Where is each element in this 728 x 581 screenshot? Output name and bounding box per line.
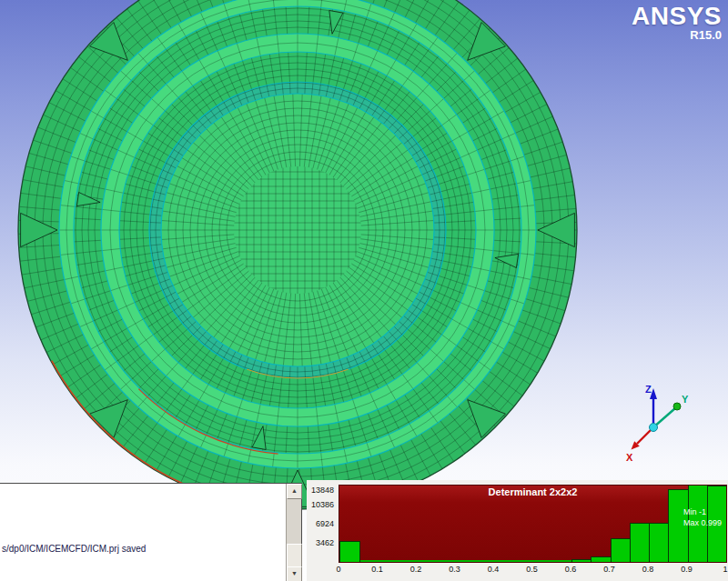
ansys-icem-window: ANSYS R15.0 ZYX s/dp0/ICM/ICEMCFD/ICM.pr…: [0, 0, 728, 581]
histogram-bar[interactable]: [571, 559, 592, 562]
brand-version: R15.0: [632, 29, 722, 42]
x-axis-label: 0.6: [565, 565, 577, 574]
x-axis-label: 0.3: [449, 565, 460, 574]
histogram-bar[interactable]: [611, 538, 632, 562]
histogram-plot[interactable]: Determinant 2x2x2 Min -1Max 0.999: [339, 485, 727, 563]
x-axis-label: 0.9: [681, 565, 693, 574]
triad-origin-ball-icon: [650, 424, 658, 432]
scroll-up-icon: ▲: [291, 487, 298, 494]
x-axis-label: 0.7: [603, 565, 615, 574]
y-axis-label: 10386: [311, 500, 334, 509]
y-axis-label: 6924: [316, 519, 334, 528]
histogram-panel: 346269241038613848 Determinant 2x2x2 Min…: [307, 480, 728, 581]
scroll-up-button[interactable]: ▲: [287, 484, 302, 499]
scroll-down-icon: ▼: [291, 570, 298, 576]
x-axis-label: 1: [723, 565, 727, 574]
histogram-title: Determinant 2x2x2: [339, 486, 726, 497]
x-axis-label: 0.5: [526, 565, 538, 574]
triad-x-label: X: [626, 452, 633, 463]
histogram-bar[interactable]: [649, 523, 670, 562]
brand-name: ANSYS: [632, 3, 722, 29]
histogram-bar[interactable]: [339, 541, 360, 562]
x-axis-label: 0: [336, 565, 340, 574]
histogram-bar[interactable]: [630, 523, 651, 562]
ansys-logo: ANSYS R15.0: [632, 3, 722, 42]
x-axis-label: 0.1: [371, 565, 383, 574]
x-axis-label: 0.8: [642, 565, 654, 574]
x-axis-labels: 00.10.20.30.40.50.60.70.80.91: [339, 564, 725, 576]
scroll-down-button[interactable]: ▼: [287, 566, 302, 581]
max-value-annotation: Max 0.999: [683, 518, 722, 527]
orientation-triad-icon: ZYX: [615, 375, 706, 466]
triad-z-label: Z: [645, 384, 652, 395]
log-message: s/dp0/ICM/ICEMCFD/ICM.prj saved: [2, 544, 146, 554]
y-axis-labels: 346269241038613848: [307, 486, 336, 562]
histogram-bar[interactable]: [591, 556, 612, 562]
x-axis-label: 0.4: [488, 565, 500, 574]
min-value-annotation: Min -1: [683, 507, 706, 516]
y-axis-label: 3462: [316, 538, 334, 547]
message-log-panel: s/dp0/ICM/ICEMCFD/ICM.prj saved ▲ ▼: [0, 483, 302, 581]
y-axis-label: 13848: [311, 486, 334, 495]
message-scrollbar[interactable]: ▲ ▼: [286, 484, 301, 581]
triad-y-label: Y: [682, 394, 689, 405]
scroll-thumb[interactable]: [287, 544, 302, 567]
triad-y-ball-icon: [673, 403, 681, 410]
x-axis-label: 0.2: [410, 565, 422, 574]
